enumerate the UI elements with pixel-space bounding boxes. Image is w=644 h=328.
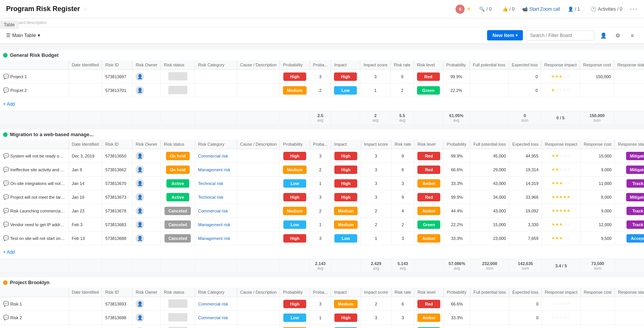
cell-full-loss: 43,000 bbox=[470, 204, 509, 218]
category-link[interactable]: Commercial risk bbox=[198, 209, 228, 213]
th-proba-b: Proba... bbox=[310, 288, 331, 297]
add-item-btn[interactable]: + Add bbox=[0, 245, 644, 259]
category-link[interactable]: Commercial risk bbox=[198, 154, 228, 158]
comment-icon: 💬 bbox=[3, 301, 9, 307]
cell-prob2: 99.9% bbox=[444, 149, 470, 163]
filter-icon-btn[interactable]: ≡ bbox=[626, 30, 638, 41]
search-icon-btn[interactable]: 🔍 / 0 bbox=[476, 5, 494, 13]
thumbs-btn[interactable]: 👍 / 0 bbox=[499, 5, 518, 13]
user-circle-btn[interactable]: 👤 bbox=[598, 30, 609, 41]
category-link[interactable]: Management risk bbox=[198, 167, 230, 172]
cell-desc bbox=[237, 325, 280, 328]
category-link[interactable]: Technical risk bbox=[198, 181, 223, 186]
th-desc: Cause / Description bbox=[237, 60, 280, 70]
status-badge: Canceled bbox=[165, 234, 191, 243]
summary-row: 2.5 avg 2 avg 5.5 avg 61.05% avg 0 bbox=[0, 111, 644, 125]
cell-date: Jan 16 bbox=[69, 190, 102, 204]
th-risk-level-m: Risk level bbox=[414, 140, 444, 149]
risk-level-badge: Amber bbox=[417, 234, 440, 243]
cell-probability: Low bbox=[280, 311, 310, 325]
summary-resp-cost-val: 150,000 bbox=[583, 113, 611, 118]
new-item-button[interactable]: New Item ▾ bbox=[487, 30, 523, 40]
category-link[interactable]: Technical risk bbox=[198, 195, 223, 199]
zoom-call-btn[interactable]: 📹 Start Zoom call bbox=[522, 6, 560, 12]
cell-name: 💬 Projcet 2 bbox=[0, 84, 69, 97]
cell-probability: Medium bbox=[280, 325, 310, 328]
th-category-b: Risk Category bbox=[195, 288, 237, 297]
summary-resp-cost: 150,000 sum bbox=[580, 111, 614, 125]
impact-badge: High bbox=[334, 166, 357, 174]
category-link[interactable]: Commercial risk bbox=[198, 315, 228, 320]
search-input[interactable] bbox=[526, 31, 594, 40]
zoom-icon: 📹 bbox=[522, 6, 528, 12]
summary-empty-3 bbox=[102, 259, 133, 273]
impact-badge: High bbox=[334, 179, 357, 188]
th-prob2-m: Probability bbox=[444, 140, 470, 149]
cell-proba-num: 3 bbox=[310, 297, 331, 311]
cell-prob2: 22.2% bbox=[444, 218, 470, 232]
section-general: General Risk Budget Date Identified Risk… bbox=[0, 50, 644, 125]
add-item-btn[interactable]: + Add bbox=[0, 97, 644, 111]
category-link[interactable]: Commercial risk bbox=[198, 302, 228, 306]
comment-icon: 💬 bbox=[3, 167, 9, 172]
add-row[interactable]: + Add bbox=[0, 97, 644, 111]
star-icon[interactable]: ☆ bbox=[83, 6, 88, 12]
comment-icon: 💬 bbox=[3, 153, 9, 159]
empty-cell bbox=[168, 86, 187, 94]
user-icon: 👤 bbox=[136, 166, 144, 174]
cell-resp-status bbox=[614, 70, 644, 84]
thumbs-icon: 👍 bbox=[502, 6, 508, 12]
activities-btn[interactable]: 🕐 Activities / 0 bbox=[588, 5, 625, 13]
th-full-loss-m: Full potential loss bbox=[470, 140, 509, 149]
cell-resp-status bbox=[615, 297, 644, 311]
settings-icon-btn[interactable]: ⚙ bbox=[612, 30, 623, 41]
cell-desc bbox=[237, 149, 280, 163]
more-options-btn[interactable]: ··· bbox=[630, 5, 638, 13]
th-impact: Impact bbox=[331, 60, 360, 70]
cell-resp-cost: 8,000 bbox=[580, 190, 615, 204]
cell-owner: 👤 bbox=[133, 311, 161, 325]
cell-exp-loss: 19,092 bbox=[509, 204, 542, 218]
summary-impact-score-label: avg bbox=[372, 118, 379, 122]
category-link[interactable]: Management risk bbox=[198, 222, 230, 227]
cell-full-loss: 29,000 bbox=[470, 163, 509, 177]
user-icon: 👤 bbox=[136, 220, 144, 229]
cell-risk-level: Amber bbox=[414, 177, 444, 190]
cell-risk-level: Red bbox=[414, 70, 443, 84]
cell-risk-rate: 3 bbox=[391, 177, 414, 190]
cell-resp-impact: ☆☆☆☆☆ bbox=[542, 297, 580, 311]
cell-desc bbox=[237, 163, 280, 177]
members-btn[interactable]: 👤 / 1 bbox=[565, 5, 583, 13]
cell-status: Active bbox=[161, 190, 195, 204]
th-impact-score: Impact score bbox=[360, 60, 391, 70]
summary-exp-loss: 142,635 sum bbox=[509, 259, 542, 273]
cell-resp-impact: ★☆☆☆☆ bbox=[541, 84, 580, 97]
cell-risk-rate: 3 bbox=[391, 232, 414, 245]
th-desc-m: Cause / Description bbox=[237, 140, 280, 149]
cell-owner: 👤 bbox=[133, 218, 161, 232]
cell-exp-loss: 3,330 bbox=[509, 218, 542, 232]
impact-badge: High bbox=[334, 72, 357, 81]
category-link[interactable]: Management risk bbox=[198, 236, 230, 241]
resp-status-badge: Track bbox=[626, 179, 644, 188]
cell-resp-status bbox=[615, 311, 644, 325]
summary-risk-rate-val: 5.5 bbox=[394, 113, 410, 118]
cell-full-loss bbox=[470, 84, 508, 97]
cell-resp-impact: ★★★☆☆ bbox=[542, 232, 580, 245]
th-risk-level: Risk level bbox=[414, 60, 443, 70]
probability-badge: High bbox=[283, 152, 306, 160]
status-badge: Canceled bbox=[165, 220, 191, 229]
cell-status: On hold bbox=[161, 149, 195, 163]
summary-empty-5 bbox=[161, 259, 195, 273]
probability-badge: High bbox=[283, 72, 306, 81]
summary-resp-cost: 73,500 sum bbox=[580, 259, 615, 273]
cell-probability: Low bbox=[280, 177, 310, 190]
cell-exp-loss: 0 bbox=[509, 325, 542, 328]
summary-impact-score: 2 avg bbox=[360, 111, 391, 125]
table-row: 💬 On-site integrations will not start on… bbox=[0, 177, 644, 190]
cell-name: 💬 Project will not meet the target of RF… bbox=[0, 190, 69, 204]
cell-resp-impact: ★★★☆☆ bbox=[542, 177, 580, 190]
dropdown-arrow-icon[interactable]: ▾ bbox=[38, 32, 40, 38]
add-row[interactable]: + Add bbox=[0, 245, 644, 259]
table-row: 💬 Project will not meet the target of RF… bbox=[0, 190, 644, 204]
